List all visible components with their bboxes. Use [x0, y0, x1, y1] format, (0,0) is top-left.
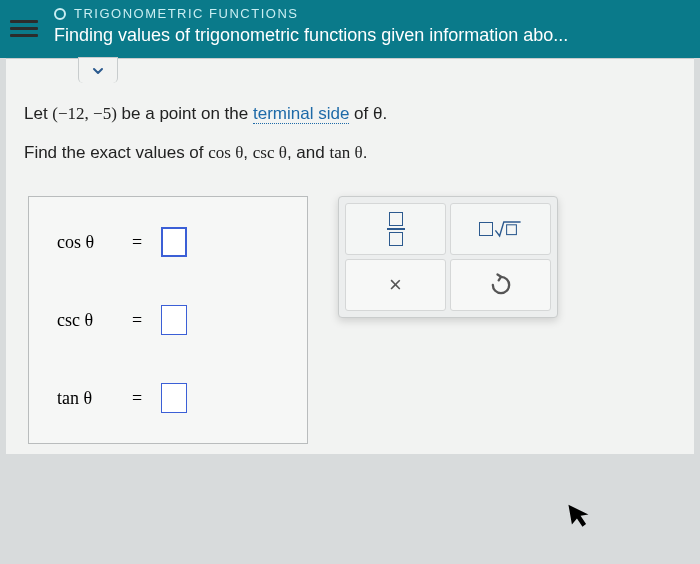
answer-input-csc[interactable] — [161, 305, 187, 335]
clear-button[interactable]: × — [345, 259, 446, 311]
text: . — [363, 143, 368, 162]
answer-input-cos[interactable] — [161, 227, 187, 257]
answer-row-tan: tan θ = — [57, 383, 279, 413]
answer-label: csc θ — [57, 310, 113, 331]
text: Let — [24, 104, 52, 123]
content-area: Let (−12, −5) be a point on the terminal… — [6, 58, 694, 454]
svg-rect-0 — [507, 225, 517, 235]
text: , and — [287, 143, 330, 162]
sqrt-icon — [479, 215, 522, 243]
terminal-side-link[interactable]: terminal side — [253, 104, 349, 124]
answer-box: cos θ = csc θ = tan θ = — [28, 196, 308, 444]
func-csc: csc θ — [253, 143, 287, 162]
func-tan: tan θ — [329, 143, 362, 162]
times-icon: × — [389, 272, 402, 298]
text: , — [243, 143, 252, 162]
point-value: (−12, −5) — [52, 104, 117, 123]
answer-label: tan θ — [57, 388, 113, 409]
topic-title: Finding values of trigonometric function… — [54, 25, 690, 46]
circle-icon — [54, 8, 66, 20]
answer-input-tan[interactable] — [161, 383, 187, 413]
text: of θ. — [349, 104, 387, 123]
text: be a point on the — [117, 104, 253, 123]
header-text: TRIGONOMETRIC FUNCTIONS Finding values o… — [54, 6, 700, 46]
undo-button[interactable] — [450, 259, 551, 311]
sqrt-button[interactable] — [450, 203, 551, 255]
answer-label: cos θ — [57, 232, 113, 253]
tool-row-1 — [343, 201, 553, 257]
text: Find the exact values of — [24, 143, 208, 162]
problem-line-1: Let (−12, −5) be a point on the terminal… — [24, 99, 676, 130]
fraction-button[interactable] — [345, 203, 446, 255]
cursor-icon — [565, 499, 595, 538]
fraction-icon — [387, 211, 405, 247]
chevron-down-icon — [90, 63, 106, 79]
equals-sign: = — [129, 232, 145, 253]
problem-line-2: Find the exact values of cos θ, csc θ, a… — [24, 138, 676, 169]
app-header: TRIGONOMETRIC FUNCTIONS Finding values o… — [0, 0, 700, 58]
math-toolbox: × — [338, 196, 558, 318]
equals-sign: = — [129, 388, 145, 409]
main-area: cos θ = csc θ = tan θ = — [6, 186, 694, 454]
category-text: TRIGONOMETRIC FUNCTIONS — [74, 6, 298, 21]
answer-row-cos: cos θ = — [57, 227, 279, 257]
category-label: TRIGONOMETRIC FUNCTIONS — [54, 6, 690, 21]
answer-row-csc: csc θ = — [57, 305, 279, 335]
expand-toggle[interactable] — [78, 57, 118, 83]
func-cos: cos θ — [208, 143, 243, 162]
tool-row-2: × — [343, 257, 553, 313]
undo-icon — [487, 271, 515, 299]
menu-icon[interactable] — [10, 16, 38, 41]
equals-sign: = — [129, 310, 145, 331]
